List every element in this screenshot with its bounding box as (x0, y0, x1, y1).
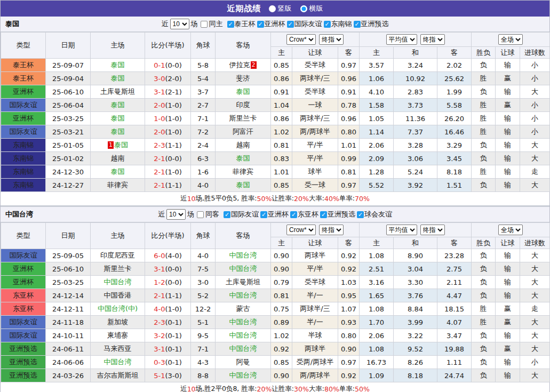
handicap-cell: 受两/两球半 (292, 356, 338, 369)
section-team-name: 中国台湾 (5, 210, 33, 219)
odds-source-select[interactable]: Crow* (286, 225, 316, 235)
handicap-cell: 平/半 (292, 152, 338, 165)
avg-home-cell: 2.09 (360, 152, 394, 165)
home-team: 泰国 (91, 59, 145, 72)
checkbox-checked-icon[interactable]: ✓ (324, 21, 331, 28)
league-filter-label: 国际友谊 (294, 19, 322, 29)
result-winloss-cell: 胜 (472, 99, 496, 112)
avg-home-cell: 3.57 (360, 59, 394, 72)
avg-home-cell: 3.16 (360, 276, 394, 289)
same-venue-checkbox[interactable]: 同客 (197, 210, 219, 219)
checkbox-checked-icon[interactable]: ✓ (320, 211, 327, 218)
league-filter-1[interactable]: ✓亚洲杯 (257, 19, 285, 29)
table-row: 国际友谊25-06-04泰国2-0(1-0)2-7印度1.04一球0.781.5… (1, 99, 550, 112)
home-team: 吉尔吉斯斯坦 (91, 369, 145, 382)
match-date: 25-09-07 (46, 59, 91, 72)
avg-away-cell: 16.46 (437, 125, 472, 139)
radio-selected-icon[interactable] (300, 5, 307, 12)
checkbox-unchecked-icon[interactable] (201, 21, 208, 28)
col-header-goals-result: 进球数 (520, 47, 550, 59)
fulltime-score: 3-1 (154, 88, 165, 96)
league-filter-list: ✓国际友谊✓亚洲杯✓东亚杯✓亚洲预选✓球会友谊 (222, 210, 392, 219)
league-filter-3[interactable]: ✓亚洲预选 (320, 210, 355, 219)
avg-home-cell: 1.08 (360, 302, 394, 316)
match-date: 24-12-30 (46, 165, 91, 179)
avg-draw-cell: 3.30 (394, 276, 437, 289)
corner-cell: 2-7 (191, 99, 216, 112)
radio-label: 横版 (309, 4, 323, 13)
scope-select[interactable]: 全场 (498, 225, 523, 235)
avg-draw-cell: 11.36 (394, 112, 437, 125)
league-filter-label: 亚洲预选 (328, 210, 355, 219)
league-filter-0[interactable]: ✓泰王杯 (227, 19, 256, 29)
checkbox-unchecked-icon[interactable] (197, 211, 204, 218)
result-goals-cell: 大 (520, 276, 550, 289)
checkbox-checked-icon[interactable]: ✓ (357, 211, 364, 218)
checkbox-checked-icon[interactable]: ✓ (224, 211, 230, 218)
score-cell: 3-2(0-1) (145, 329, 191, 342)
result-goals-cell: 小 (520, 125, 550, 139)
team-name: 中国台湾(中) (98, 305, 138, 313)
result-handicap-cell: 输 (496, 289, 520, 302)
league-filter-1[interactable]: ✓亚洲杯 (260, 210, 289, 219)
odds-time-select[interactable]: 终指 (319, 34, 344, 45)
result-handicap-cell: 输 (496, 179, 520, 192)
avg-time-select[interactable]: 终指 (420, 34, 445, 45)
league-filter-2[interactable]: ✓东亚杯 (290, 210, 318, 219)
games-label: 场 (187, 210, 194, 219)
handicap-cell: 两/两球半 (292, 369, 338, 382)
halftime-score: (0-0) (165, 61, 181, 69)
league-filter-3[interactable]: ✓东南锦 (324, 19, 352, 29)
recent-count-select[interactable]: 10 (170, 19, 189, 29)
avg-away-cell: 19.88 (437, 342, 472, 356)
odds-time-select[interactable]: 终指 (319, 225, 344, 235)
checkbox-checked-icon[interactable]: ✓ (354, 21, 361, 28)
checkbox-checked-icon[interactable]: ✓ (227, 21, 234, 28)
match-date: 25-06-10 (46, 85, 91, 99)
league-filter-0[interactable]: ✓国际友谊 (224, 210, 259, 219)
checkbox-checked-icon[interactable]: ✓ (287, 21, 294, 28)
score-cell: 3-1(2-1) (145, 85, 191, 99)
avg-away-cell: 1.99 (437, 85, 472, 99)
home-team: 泰国 (91, 125, 145, 139)
league-filter-label: 泰王杯 (235, 19, 256, 29)
team-name: 中国台湾 (229, 345, 257, 353)
avg-source-select[interactable]: 平均值 (386, 225, 417, 235)
result-goals-cell: 小 (520, 356, 550, 369)
match-type-badge: 泰王杯 (1, 59, 46, 72)
summary-segment: 10 (187, 385, 196, 392)
odds-source-select[interactable]: Crow* (286, 34, 316, 45)
odds-home-cell: 0.85 (271, 179, 292, 192)
result-handicap-cell: 输 (496, 276, 520, 289)
league-filter-4[interactable]: ✓球会友谊 (357, 210, 392, 219)
recent-count-select[interactable]: 10 (166, 209, 186, 220)
corner-cell: 6-3 (191, 152, 216, 165)
col-header-odds-home: 主 (271, 47, 292, 59)
corner-cell: 1-6 (191, 165, 216, 179)
avg-home-cell: 1.05 (360, 112, 394, 125)
avg-source-select[interactable]: 平均值 (386, 34, 417, 45)
checkbox-checked-icon[interactable]: ✓ (290, 211, 297, 218)
layout-radio-horizontal[interactable]: 横版 (300, 4, 323, 13)
scope-select[interactable]: 全场 (498, 34, 523, 45)
avg-home-cell: 1.06 (360, 72, 394, 85)
checkbox-checked-icon[interactable]: ✓ (260, 211, 267, 218)
odds-away-cell: 0.80 (338, 329, 360, 342)
checkbox-checked-icon[interactable]: ✓ (257, 21, 264, 28)
fulltime-score: 4-0 (154, 305, 165, 313)
fulltime-score: 2-0 (154, 101, 165, 109)
league-filter-4[interactable]: ✓亚洲预选 (354, 19, 389, 29)
same-venue-checkbox[interactable]: 同主 (201, 19, 223, 29)
halftime-score: (1-0) (165, 101, 181, 109)
corner-cell: 7-2 (191, 125, 216, 139)
match-type-badge: 东南锦 (1, 165, 46, 179)
fulltime-score: 2-3 (154, 141, 165, 149)
corner-cell: 2-4 (191, 139, 216, 152)
avg-time-select[interactable]: 终指 (420, 225, 445, 235)
layout-radio-vertical[interactable]: 竖版 (269, 4, 292, 13)
result-winloss-cell: 负 (472, 139, 496, 152)
radio-unselected-icon[interactable] (269, 5, 276, 12)
league-filter-2[interactable]: ✓国际友谊 (287, 19, 322, 29)
corner-cell: 3-0 (191, 276, 216, 289)
home-team: 中国香港 (91, 289, 145, 302)
